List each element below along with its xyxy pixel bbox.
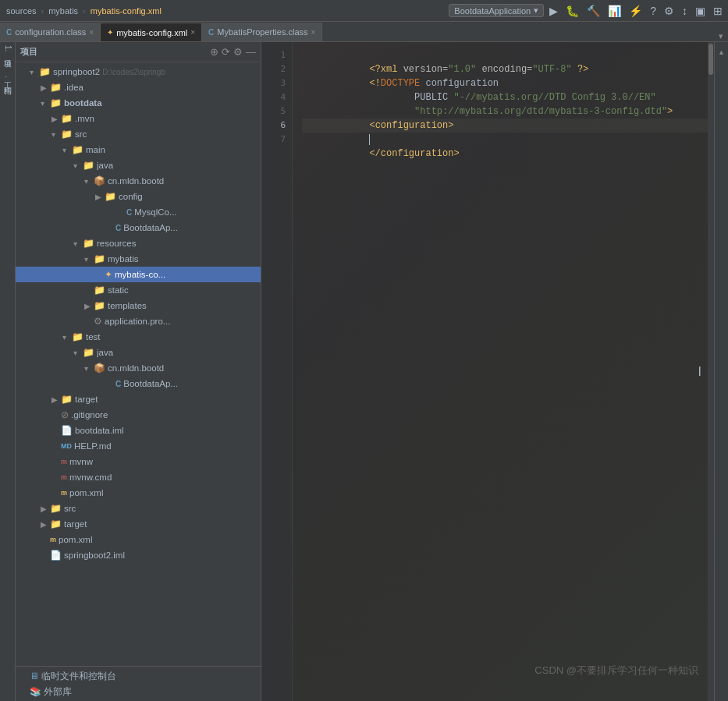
- tree-item-application-prop[interactable]: ▶ ⚙ application.pro...: [16, 313, 261, 329]
- code-lines[interactable]: <?xml version="1.0" encoding="UTF-8" ?> …: [293, 42, 708, 701]
- panel-add-btn[interactable]: ⊕: [210, 46, 218, 58]
- arrow: ▶: [41, 520, 50, 529]
- right-sidebar-label[interactable]: ▲: [718, 48, 726, 56]
- tree-item-resources[interactable]: ▾ 📁 resources: [16, 235, 261, 251]
- debug-button[interactable]: 🐛: [563, 4, 581, 18]
- panel-settings-btn[interactable]: ⚙: [233, 46, 243, 58]
- help-button[interactable]: ?: [648, 4, 659, 18]
- tree-item-cn-mldn-bootd[interactable]: ▾ 📦 cn.mldn.bootd: [16, 173, 261, 189]
- tree-label: java: [97, 161, 257, 170]
- tree-item-static[interactable]: ▶ 📁 static: [16, 282, 261, 298]
- tree-item-target[interactable]: ▶ 📁 target: [16, 391, 261, 407]
- tabs-bar: C configuration.class × ✦ mybatis-config…: [0, 22, 728, 42]
- tree-item-bootdataapp[interactable]: ▶ C BootdataAp...: [16, 220, 261, 235]
- code-line-1: <?xml version="1.0" encoding="UTF-8" ?>: [302, 48, 708, 62]
- arrow: ▾: [73, 349, 83, 357]
- tree-item-main[interactable]: ▾ 📁 main: [16, 142, 261, 158]
- tree-item-target2[interactable]: ▶ 📁 target: [16, 516, 261, 532]
- breadcrumb-sources[interactable]: sources: [3, 5, 40, 17]
- tree-item-bootdataapp2[interactable]: ▶ C BootdataAp...: [16, 376, 261, 391]
- tree-item-springboot2-iml[interactable]: ▶ 📄 springboot2.iml: [16, 547, 261, 563]
- tree-item-mvnw[interactable]: ▶ m mvnw: [16, 454, 261, 469]
- sidebar-project-label[interactable]: 1. 项目: [2, 45, 13, 54]
- tab-close-3[interactable]: ×: [311, 28, 316, 37]
- tree-label: mvnw.cmd: [69, 473, 257, 482]
- tree-label: mybatis: [108, 254, 257, 264]
- breadcrumb-config-xml[interactable]: mybatis-config.xml: [87, 5, 165, 17]
- file-tree[interactable]: ▾ 📁 springboot2 D:\codes2\springb ▶ 📁 .i…: [16, 62, 261, 666]
- tree-item-gitignore[interactable]: ▶ ⊘ .gitignore: [16, 407, 261, 423]
- xml-punct8: >: [453, 148, 459, 159]
- tree-item-cn-mldn-bootd2[interactable]: ▾ 📦 cn.mldn.bootd: [16, 360, 261, 376]
- tab-close-1[interactable]: ×: [89, 28, 94, 37]
- tree-item-src2[interactable]: ▶ 📁 src: [16, 501, 261, 516]
- editor-content[interactable]: 1 2 3 4 5 6 7 <?xml version="1.0" encodi…: [261, 42, 714, 701]
- profile-button[interactable]: ⚡: [627, 4, 645, 18]
- tree-label: cn.mldn.bootd: [108, 363, 257, 373]
- tree-item-mysqlconfig[interactable]: ▶ C MysqlCo...: [16, 204, 261, 220]
- run-button[interactable]: ▶: [547, 4, 560, 18]
- coverage-button[interactable]: 📊: [605, 4, 623, 18]
- tree-label: cn.mldn.bootd: [108, 176, 257, 186]
- panel-sync-btn[interactable]: ⟳: [222, 46, 230, 58]
- line-num-2: 2: [261, 62, 292, 76]
- xml-pi-tag: xml: [381, 64, 398, 75]
- tree-label: 外部库: [44, 686, 257, 698]
- build-button[interactable]: 🔨: [584, 4, 602, 18]
- right-sidebar-icons: ▲: [714, 42, 728, 701]
- tree-label: MysqlCo...: [134, 207, 257, 217]
- folder-icon: 📁: [50, 519, 62, 529]
- arrow: ▾: [84, 364, 94, 373]
- tree-item-java-test[interactable]: ▾ 📁 java: [16, 345, 261, 360]
- tree-item-help-md[interactable]: ▶ MD HELP.md: [16, 438, 261, 454]
- tabs-chevron[interactable]: ▾: [714, 31, 728, 41]
- settings-button[interactable]: ⚙: [662, 4, 677, 18]
- tree-item-idea[interactable]: ▶ 📁 .idea: [16, 80, 261, 95]
- editor-scroll-thumb[interactable]: [708, 44, 713, 75]
- tree-label: templates: [108, 301, 257, 310]
- run-config-chevron: ▾: [534, 5, 538, 16]
- tree-item-mvn[interactable]: ▶ 📁 .mvn: [16, 111, 261, 126]
- bottom-item-temp-console[interactable]: 🖥 临时文件和控制台: [16, 668, 261, 684]
- tree-item-mybatis[interactable]: ▾ 📁 mybatis: [16, 251, 261, 267]
- xml-punct4: >: [667, 106, 673, 117]
- mvn-icon: m: [61, 458, 67, 466]
- tree-item-springboot2[interactable]: ▾ 📁 springboot2 D:\codes2\springb: [16, 64, 261, 80]
- layout-button[interactable]: ⊞: [711, 4, 725, 18]
- xml-val: "1.0": [448, 64, 476, 75]
- tree-item-pom-xml2[interactable]: ▶ m pom.xml: [16, 532, 261, 547]
- tree-item-templates[interactable]: ▶ 📁 templates: [16, 298, 261, 313]
- breadcrumb-sep-1: ›: [41, 6, 44, 16]
- tab-mybatisproperties[interactable]: C MybatisProperties.class ×: [202, 23, 322, 41]
- vcs-button[interactable]: ↕: [680, 4, 690, 18]
- tab-mybatis-config[interactable]: ✦ mybatis-config.xml ×: [101, 23, 202, 41]
- tree-item-test[interactable]: ▾ 📁 test: [16, 329, 261, 345]
- arrow: ▶: [41, 83, 50, 92]
- console-icon: 🖥: [30, 671, 39, 682]
- bottom-item-external[interactable]: 📚 外部库: [16, 684, 261, 699]
- xml-val2: "UTF-8": [532, 64, 571, 75]
- tree-item-bootdata-iml[interactable]: ▶ 📄 bootdata.iml: [16, 423, 261, 438]
- tree-item-mybatis-config[interactable]: ▶ ✦ mybatis-co...: [16, 267, 261, 282]
- breadcrumb-mybatis[interactable]: mybatis: [45, 5, 81, 17]
- tree-item-mvnw-cmd[interactable]: ▶ m mvnw.cmd: [16, 469, 261, 485]
- tab-configuration-class[interactable]: C configuration.class ×: [0, 23, 101, 41]
- tree-item-config[interactable]: ▶ 📁 config: [16, 189, 261, 204]
- tree-item-java[interactable]: ▾ 📁 java: [16, 158, 261, 173]
- git-icon: ⊘: [61, 409, 69, 420]
- editor-scrollbar[interactable]: [708, 42, 714, 701]
- arrow: ▾: [51, 130, 61, 139]
- tab-close-2[interactable]: ×: [190, 28, 195, 37]
- xml-text3: [369, 106, 414, 117]
- terminal-button[interactable]: ▣: [693, 4, 708, 18]
- tree-item-bootdata[interactable]: ▾ 📁 bootdata: [16, 95, 261, 111]
- iml-icon: 📄: [61, 425, 73, 436]
- xml-doctype: DOCTYPE: [381, 78, 420, 89]
- xml-icon: m: [61, 489, 67, 497]
- run-config-label: BootdataApplication: [454, 6, 531, 16]
- panel-minimize-btn[interactable]: —: [246, 46, 256, 58]
- tree-item-pom-xml[interactable]: ▶ m pom.xml: [16, 485, 261, 501]
- tree-item-src[interactable]: ▾ 📁 src: [16, 126, 261, 142]
- run-config-selector[interactable]: BootdataApplication ▾: [449, 4, 544, 17]
- sidebar-structure-label[interactable]: 工. 结构: [2, 76, 13, 80]
